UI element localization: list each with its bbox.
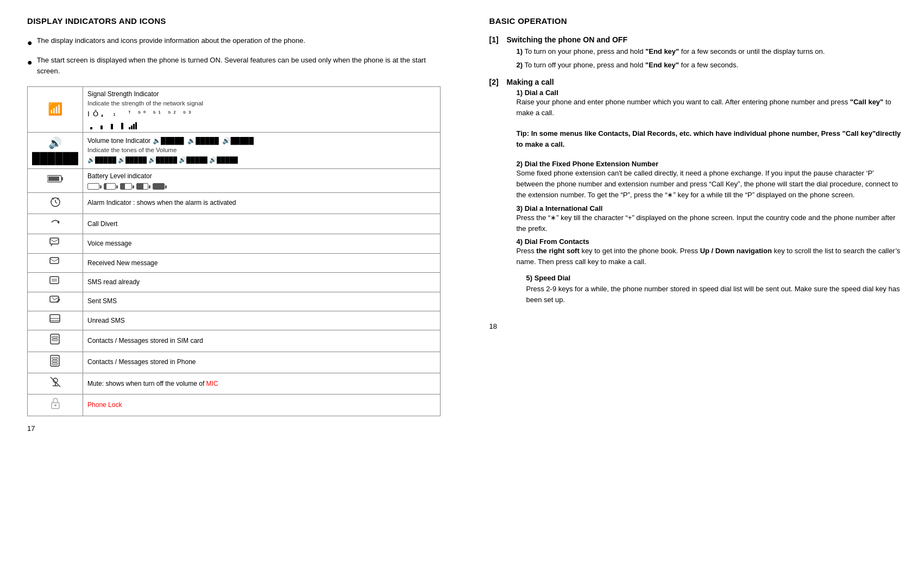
section-1-content: Switching the phone ON and OFF 1) To tur… (507, 35, 903, 73)
batt-0 (87, 183, 99, 190)
unreadsms-icon-svg (49, 314, 61, 324)
step-1-2: 2) To turn off your phone, press and hol… (517, 60, 903, 71)
table-row: 🔊██████ Volume tone Indicator 🔈█████ 🔉██… (28, 132, 441, 168)
signal-bar-5 (129, 122, 137, 129)
step-1-1-text: To turn on your phone, press and hold (524, 47, 645, 55)
svg-rect-35 (52, 360, 58, 362)
step-1-1: 1) To turn on your phone, press and hold… (517, 46, 903, 58)
bullet-text-1: The display indicators and icons provide… (37, 35, 441, 46)
voicemsg-icon-cell (28, 234, 83, 253)
section-1-bracket: [1] (489, 35, 507, 44)
tip-text: Tip: In some menus like Contacts, Dial R… (517, 128, 903, 150)
dial-contacts-title: 4) Dial From Contacts (517, 237, 903, 246)
signal-desc-sub: Indicate the strength of the network sig… (87, 99, 435, 108)
phonelock-desc-cell: Phone Lock (83, 394, 440, 416)
volume-level-icons: 🔊█████ 🔊█████ 🔊█████ 🔊█████ 🔊█████ (87, 156, 435, 164)
svg-rect-1 (90, 127, 92, 129)
mute-icon-cell (28, 373, 83, 394)
section-2-body: 1) Dial a Call Raise your phone and ente… (517, 89, 903, 306)
svg-rect-10 (61, 177, 63, 180)
calldivert-desc-cell: Call Divert (83, 214, 440, 234)
dial-call-text1: Raise your phone and enter phone number … (517, 98, 850, 106)
svg-rect-0 (102, 115, 103, 117)
dial-contacts-bold2: Up / Down navigation (700, 247, 772, 255)
calldivert-icon-svg (50, 217, 61, 228)
volume-icons-right: 🔈█████ 🔉█████ 🔊█████ (153, 136, 254, 146)
section-2-content: Making a call 1) Dial a Call Raise your … (507, 78, 903, 311)
signal-bars-row (87, 122, 435, 129)
voicemsg-desc-cell: Voice message (83, 234, 440, 253)
svg-line-14 (55, 202, 57, 203)
svg-rect-36 (52, 363, 58, 365)
svg-rect-21 (50, 277, 59, 284)
signal-bar-2 (98, 122, 105, 129)
bullet-text-2: The start screen is displayed when the p… (37, 55, 441, 77)
table-row: Voice message (28, 234, 441, 253)
signal-bar-4 (118, 122, 126, 129)
step-1-2-bold: "End key" (645, 61, 679, 69)
table-row: Contacts / Messages stored in SIM card (28, 330, 441, 352)
table-row: Contacts / Messages stored in Phone (28, 352, 441, 373)
volume-desc-cell: Volume tone Indicator 🔈█████ 🔉█████ 🔊███… (83, 132, 440, 168)
table-row: Call Divert (28, 214, 441, 234)
svg-rect-8 (135, 122, 137, 129)
table-row: SMS read already (28, 273, 441, 292)
speed-dial-title: 5) Speed Dial (526, 273, 903, 284)
svg-rect-7 (133, 124, 135, 129)
dial-fixed-body: Some fixed phone extension can't be call… (517, 168, 903, 201)
dial-intl-body: Press the “∗” key till the character “+”… (517, 212, 903, 234)
svg-rect-2 (100, 126, 103, 129)
mute-mic-label: MIC (206, 380, 218, 387)
alarm-icon-svg (49, 196, 61, 208)
svg-rect-34 (52, 358, 58, 359)
step-1-2-text2: for a few seconds. (679, 61, 738, 69)
phonecontact-desc-main: Contacts / Messages stored in Phone (87, 358, 196, 366)
vol-3: 🔊█████ (179, 156, 208, 164)
alarm-desc-cell: Alarm Indicator : shows when the alarm i… (83, 192, 440, 214)
svg-point-42 (54, 404, 56, 406)
vol-0: 🔊█████ (87, 156, 116, 164)
table-row: Unread SMS (28, 311, 441, 330)
bullet-dot-2: ● (27, 56, 33, 69)
simcontact-desc-main: Contacts / Messages stored in SIM card (87, 337, 203, 344)
dial-contacts-section: 4) Dial From Contacts Press the right so… (517, 237, 903, 267)
table-row: Mute: shows when turn off the volume of … (28, 373, 441, 394)
svg-rect-18 (50, 238, 59, 244)
newmsg-icon-svg (49, 256, 61, 266)
volume-main-row: Volume tone Indicator 🔈█████ 🔉█████ 🔊███… (87, 136, 435, 146)
tip-box: Tip: In some menus like Contacts, Dial R… (517, 125, 903, 153)
bullet-section: ● The display indicators and icons provi… (27, 35, 441, 77)
battery-desc-cell: Battery Level indicator (83, 168, 440, 192)
table-row: Sent SMS (28, 292, 441, 311)
right-page: BASIC OPERATION [1] Switching the phone … (462, 0, 925, 570)
signal-desc-cell: Signal Strength Indicator Indicate the s… (83, 87, 440, 132)
unreadsms-desc-main: Unread SMS (87, 317, 125, 324)
bullet-item-1: ● The display indicators and icons provi… (27, 35, 441, 49)
newmsg-desc-main: Received New message (87, 259, 158, 267)
table-row: Battery Level indicator (28, 168, 441, 192)
calldivert-desc-main: Call Divert (87, 220, 117, 228)
phonecontact-icon-svg (49, 355, 61, 367)
svg-rect-11 (48, 177, 59, 181)
vol-1: 🔊█████ (118, 156, 147, 164)
sentsms-icon-cell (28, 292, 83, 311)
dial-contacts-body: Press the right soft key to get into the… (517, 246, 903, 267)
sentsms-icon-svg (49, 295, 61, 305)
left-title: DISPLAY INDICATORS AND ICONS (27, 16, 441, 26)
page-number-left: 17 (27, 424, 441, 433)
bullet-dot-1: ● (27, 36, 33, 49)
calldivert-icon-cell (28, 214, 83, 234)
svg-rect-31 (52, 336, 58, 338)
section-2-bracket: [2] (489, 78, 507, 86)
phonelock-label: Phone Lock (87, 401, 122, 409)
simcontact-desc-cell: Contacts / Messages stored in SIM card (83, 330, 440, 352)
table-row: Received New message (28, 253, 441, 272)
battery-levels (87, 183, 435, 190)
step-1-2-num: 2) (517, 61, 523, 69)
section-1-heading: Switching the phone ON and OFF (507, 35, 903, 44)
dial-fixed-title: 2) Dial the Fixed Phone Extension Number (517, 160, 903, 168)
svg-rect-6 (131, 126, 133, 129)
svg-rect-5 (129, 127, 130, 129)
svg-rect-20 (50, 258, 59, 264)
battery-desc-main: Battery Level indicator (87, 172, 435, 181)
